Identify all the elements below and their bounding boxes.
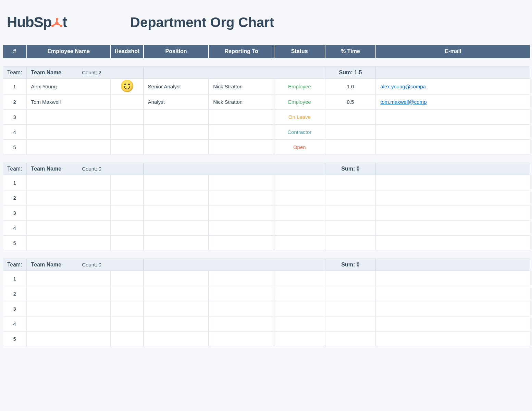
cell-reporting[interactable] <box>209 124 274 139</box>
cell-headshot[interactable] <box>111 139 144 154</box>
cell-time[interactable] <box>325 190 376 205</box>
cell-position[interactable]: Senior Analyst <box>144 79 209 94</box>
cell-headshot[interactable] <box>111 331 144 346</box>
col-header-email[interactable]: E-mail <box>376 45 530 58</box>
cell-email[interactable] <box>376 271 530 286</box>
cell-headshot[interactable] <box>111 235 144 250</box>
cell-status[interactable] <box>274 175 325 190</box>
cell-position[interactable] <box>144 301 209 316</box>
cell-time[interactable] <box>325 220 376 235</box>
cell-position[interactable] <box>144 331 209 346</box>
cell-reporting[interactable] <box>209 175 274 190</box>
cell-name[interactable] <box>27 271 111 286</box>
cell-headshot[interactable] <box>111 316 144 331</box>
cell-num[interactable]: 4 <box>3 220 27 235</box>
cell-name[interactable] <box>27 124 111 139</box>
cell-headshot[interactable] <box>111 94 144 109</box>
cell-num[interactable]: 2 <box>3 94 27 109</box>
cell-email[interactable] <box>376 220 530 235</box>
cell-position[interactable] <box>144 124 209 139</box>
cell-name[interactable] <box>27 235 111 250</box>
cell-email[interactable] <box>376 205 530 220</box>
cell-status[interactable] <box>274 316 325 331</box>
cell-num[interactable]: 2 <box>3 190 27 205</box>
cell-name[interactable] <box>27 301 111 316</box>
cell-reporting[interactable] <box>209 205 274 220</box>
cell-name[interactable] <box>27 331 111 346</box>
cell-headshot[interactable] <box>111 205 144 220</box>
cell-name[interactable] <box>27 220 111 235</box>
cell-status[interactable] <box>274 235 325 250</box>
cell-headshot[interactable] <box>111 124 144 139</box>
cell-status[interactable] <box>274 271 325 286</box>
cell-position[interactable] <box>144 109 209 124</box>
cell-headshot[interactable] <box>111 79 144 94</box>
cell-name[interactable] <box>27 190 111 205</box>
cell-position[interactable] <box>144 205 209 220</box>
cell-status[interactable] <box>274 286 325 301</box>
col-header-status[interactable]: Status <box>274 45 325 58</box>
cell-status[interactable] <box>274 220 325 235</box>
col-header-name[interactable]: Employee Name <box>27 45 111 58</box>
cell-name[interactable]: Tom Maxwell <box>27 94 111 109</box>
col-header-reporting[interactable]: Reporting To <box>209 45 274 58</box>
cell-status[interactable]: On Leave <box>274 109 325 124</box>
cell-reporting[interactable] <box>209 235 274 250</box>
cell-email[interactable] <box>376 109 530 124</box>
cell-position[interactable] <box>144 139 209 154</box>
cell-num[interactable]: 3 <box>3 205 27 220</box>
cell-num[interactable]: 5 <box>3 331 27 346</box>
cell-name[interactable] <box>27 175 111 190</box>
cell-email[interactable] <box>376 286 530 301</box>
cell-email[interactable] <box>376 301 530 316</box>
cell-num[interactable]: 3 <box>3 301 27 316</box>
cell-email[interactable] <box>376 235 530 250</box>
cell-name[interactable] <box>27 205 111 220</box>
col-header-headshot[interactable]: Headshot <box>111 45 144 58</box>
cell-time[interactable] <box>325 109 376 124</box>
email-link[interactable]: tom.maxwell@comp <box>380 99 426 105</box>
cell-status[interactable] <box>274 301 325 316</box>
team-name-cell[interactable]: Team NameCount: 0 <box>27 259 144 271</box>
cell-num[interactable]: 1 <box>3 271 27 286</box>
cell-status[interactable]: Employee <box>274 79 325 94</box>
cell-headshot[interactable] <box>111 175 144 190</box>
cell-time[interactable] <box>325 139 376 154</box>
cell-reporting[interactable] <box>209 316 274 331</box>
cell-position[interactable] <box>144 220 209 235</box>
cell-reporting[interactable]: Nick Stratton <box>209 79 274 94</box>
cell-email[interactable]: alex.young@compa <box>376 79 530 94</box>
cell-name[interactable] <box>27 286 111 301</box>
cell-position[interactable] <box>144 271 209 286</box>
col-header-num[interactable]: # <box>3 45 27 58</box>
cell-time[interactable] <box>325 175 376 190</box>
cell-num[interactable]: 5 <box>3 235 27 250</box>
cell-reporting[interactable] <box>209 220 274 235</box>
cell-headshot[interactable] <box>111 286 144 301</box>
cell-status[interactable] <box>274 331 325 346</box>
cell-time[interactable]: 1.0 <box>325 79 376 94</box>
cell-position[interactable] <box>144 235 209 250</box>
cell-status[interactable] <box>274 205 325 220</box>
cell-num[interactable]: 5 <box>3 139 27 154</box>
cell-time[interactable] <box>325 271 376 286</box>
cell-email[interactable] <box>376 316 530 331</box>
cell-time[interactable] <box>325 316 376 331</box>
team-name-cell[interactable]: Team NameCount: 2 <box>27 66 144 79</box>
cell-num[interactable]: 4 <box>3 124 27 139</box>
cell-email[interactable] <box>376 190 530 205</box>
cell-headshot[interactable] <box>111 271 144 286</box>
cell-position[interactable] <box>144 286 209 301</box>
col-header-time[interactable]: % Time <box>325 45 376 58</box>
cell-reporting[interactable] <box>209 139 274 154</box>
cell-num[interactable]: 1 <box>3 175 27 190</box>
cell-name[interactable] <box>27 139 111 154</box>
col-header-position[interactable]: Position <box>144 45 209 58</box>
email-link[interactable]: alex.young@compa <box>380 84 426 89</box>
cell-reporting[interactable] <box>209 109 274 124</box>
cell-email[interactable] <box>376 175 530 190</box>
cell-email[interactable] <box>376 124 530 139</box>
cell-status[interactable]: Employee <box>274 94 325 109</box>
cell-num[interactable]: 1 <box>3 79 27 94</box>
cell-position[interactable] <box>144 175 209 190</box>
